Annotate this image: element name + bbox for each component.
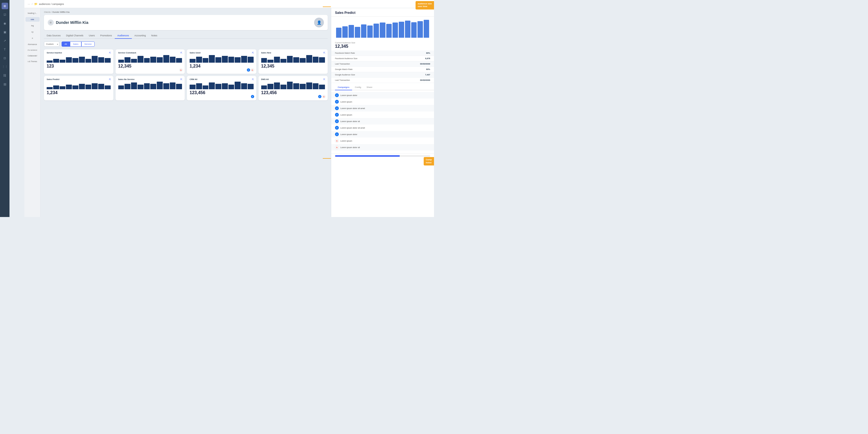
- tab-data-sources[interactable]: Data Sources: [44, 33, 63, 39]
- progress-bar-fill: [335, 155, 400, 157]
- main-content: loading t... ces ing cy o rformance ITH …: [24, 8, 434, 217]
- card-icons: f G: [318, 95, 326, 98]
- menu-dots[interactable]: ···: [28, 2, 30, 6]
- stat-google-match-rate: Google Match Rate 60%: [331, 67, 434, 72]
- panel-nav-o[interactable]: o: [26, 36, 40, 40]
- text-icon[interactable]: T: [2, 46, 8, 53]
- apps-icon[interactable]: ⋮⋮: [2, 63, 8, 70]
- tabs-bar: Data Sources Digitial Channels Users Pro…: [44, 33, 328, 39]
- campaign-name: Lorem ipsum dolor: [340, 94, 357, 97]
- stat-last-transaction-google: Last Transaction 00/00/0000: [331, 78, 434, 83]
- stats-section: Facebook Match Rate 80% Facebook Audienc…: [331, 51, 434, 83]
- window-icon[interactable]: ▣: [2, 29, 8, 35]
- client-name: Dunder Mifflin Kia: [56, 20, 88, 25]
- card-value: 12,345: [261, 64, 325, 69]
- filter-sales-btn[interactable]: Sales: [70, 41, 82, 46]
- sub-tab-campaigns[interactable]: Campaigns: [335, 85, 352, 90]
- progress-bar: [335, 155, 430, 157]
- user-avatar[interactable]: 👤: [314, 18, 324, 27]
- list-item[interactable]: f Lorem ipsum dolor: [331, 92, 434, 98]
- audience-size-value: 12,345: [335, 44, 430, 49]
- expand-icon[interactable]: ⇱: [252, 78, 254, 81]
- card-value: 1,234: [190, 64, 254, 69]
- grid-icon[interactable]: ⊞: [2, 3, 8, 9]
- expand-icon[interactable]: ⇱: [109, 52, 111, 54]
- facebook-icon: f: [335, 100, 339, 104]
- layers-icon[interactable]: ▤: [2, 81, 8, 87]
- filter-service-btn[interactable]: Service: [82, 41, 95, 46]
- panel-nav-collaborate[interactable]: Collaborate!: [26, 54, 40, 58]
- mini-chart: [46, 82, 111, 89]
- filter-all-btn[interactable]: All: [62, 41, 70, 46]
- google-icon: G: [335, 145, 339, 149]
- panel-nav-works[interactable]: ITH WORKS!: [26, 48, 40, 52]
- tab-users[interactable]: Users: [86, 33, 97, 39]
- card-crm-all: CRM All ⇱ 123,456 f: [187, 76, 256, 100]
- panel-nav-themes[interactable]: s & Themes: [26, 59, 40, 63]
- list-item[interactable]: f Lorem ipsum: [331, 112, 434, 118]
- card-value: 123,456: [190, 90, 254, 95]
- audience-type-select[interactable]: Custom: [44, 41, 59, 46]
- panel-nav-ces[interactable]: ces: [26, 17, 40, 22]
- list-item[interactable]: f Lorem ipsum: [331, 98, 434, 105]
- left-toolbar: ⊞ ☑ ◉ ▣ ↗ T ⊡ ⋮⋮ ⛓ ▤: [0, 0, 9, 217]
- stat-fb-match-rate: Facebook Match Rate 80%: [331, 51, 434, 56]
- sub-tabs: Campaigns Config Share: [331, 85, 434, 90]
- task-icon[interactable]: ☑: [2, 11, 8, 18]
- card-sales-no-service: Sales No Service ⇱: [116, 76, 185, 100]
- link-icon[interactable]: ⛓: [2, 72, 8, 79]
- left-panel: loading t... ces ing cy o rformance ITH …: [24, 8, 41, 217]
- card-icons: f: [251, 95, 254, 98]
- tab-notes[interactable]: Notes: [149, 33, 160, 39]
- tab-promotions[interactable]: Promotions: [98, 33, 115, 39]
- list-item[interactable]: f Lorem ipsum dolor sit amet: [331, 124, 434, 131]
- panel-nav-cy[interactable]: cy: [26, 30, 40, 34]
- expand-icon[interactable]: ⇱: [323, 78, 326, 81]
- campaign-name: Lorem ipsum: [340, 114, 352, 116]
- custom-select-wrapper: Custom: [44, 41, 59, 46]
- list-item[interactable]: f Lorem ipsum dolor: [331, 131, 434, 137]
- card-sales-predict: Sales Predict ⇱ 1,234: [44, 76, 113, 100]
- tab-accounting[interactable]: Accounting: [132, 33, 149, 39]
- mini-chart: [190, 55, 254, 63]
- list-item[interactable]: f Lorem ipsum dolor sit amet: [331, 105, 434, 112]
- sub-tab-share[interactable]: Share: [364, 85, 375, 90]
- campaign-name: Lorem ipsum dolor sit: [340, 120, 360, 123]
- expand-icon[interactable]: ⇱: [180, 78, 183, 81]
- expand-icon[interactable]: ⇱: [252, 52, 254, 54]
- mini-chart: [118, 55, 182, 63]
- breadcrumb-current: Dunder Mifflin Kia: [52, 11, 69, 13]
- image-icon[interactable]: ⊡: [2, 55, 8, 61]
- expand-icon[interactable]: ⇱: [180, 52, 183, 54]
- predict-chart: [331, 17, 434, 40]
- panel-nav-loading[interactable]: loading t...: [26, 11, 40, 16]
- tab-audiences[interactable]: Audiences: [115, 33, 132, 39]
- arrow-icon[interactable]: ↗: [2, 37, 8, 44]
- panel-nav-ing[interactable]: ing: [26, 23, 40, 28]
- card-service-inactive: Service Inactive ⇱ 123: [44, 50, 113, 74]
- right-panel: Sales Predict Curr: [331, 8, 434, 217]
- campaign-name: Lorem ipsum dolor sit amet: [340, 127, 365, 129]
- eye-icon[interactable]: ◉: [2, 20, 8, 27]
- list-item[interactable]: G Lorem ipsum: [331, 137, 434, 144]
- card-title: DMS All: [261, 78, 325, 81]
- list-item[interactable]: f Lorem ipsum dolor sit: [331, 118, 434, 124]
- expand-icon[interactable]: ⇱: [323, 52, 326, 54]
- arrow-line-bottom: [323, 158, 331, 159]
- bar-chart: [335, 19, 430, 38]
- campaign-name: Lorem ipsum dolor sit: [340, 146, 360, 149]
- audience-grid: Service Inactive ⇱ 123 Ser: [44, 50, 328, 100]
- card-icons: f G: [247, 68, 254, 72]
- campaign-name: Lorem ipsum: [340, 101, 352, 103]
- panel-nav-rformance[interactable]: rformance: [26, 42, 40, 46]
- list-item[interactable]: G Lorem ipsum dolor sit: [331, 144, 434, 151]
- expand-icon[interactable]: ⇱: [109, 78, 111, 81]
- sub-tab-config[interactable]: Config: [352, 85, 364, 90]
- tab-digital-channels[interactable]: Digitial Channels: [63, 33, 86, 39]
- breadcrumb-clients[interactable]: Clients: [44, 11, 51, 13]
- card-title: Sales No Service: [118, 78, 182, 81]
- client-header: ⊞ Dunder Mifflin Kia 👤: [44, 15, 328, 30]
- stat-fb-audience-size: Facebook Audience Size 9,876: [331, 56, 434, 61]
- facebook-icon: f: [335, 126, 339, 130]
- facebook-icon: f: [335, 106, 339, 110]
